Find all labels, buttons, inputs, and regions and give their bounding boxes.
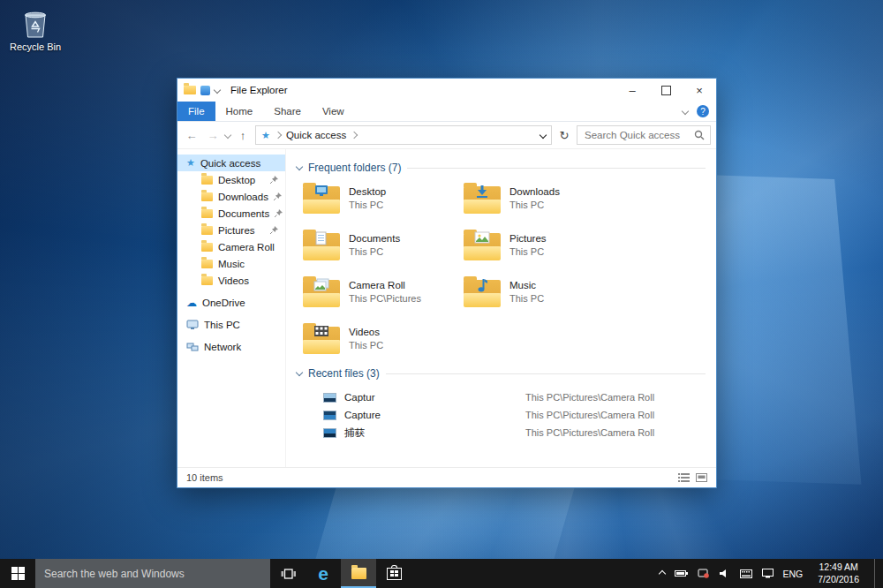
- sidebar-item-this-pc[interactable]: This PC: [177, 316, 285, 333]
- folder-tile-desktop[interactable]: Desktop This PC: [302, 183, 463, 222]
- sidebar-item-videos[interactable]: Videos: [177, 272, 285, 289]
- qat-properties-icon[interactable]: [200, 86, 210, 95]
- show-desktop-button[interactable]: [874, 559, 879, 588]
- sidebar-item-network[interactable]: Network: [177, 338, 285, 355]
- collapse-section-chevron-icon[interactable]: [296, 163, 303, 170]
- sidebar-item-music[interactable]: Music: [177, 255, 285, 272]
- recent-file-row[interactable]: Capture This PC\Pictures\Camera Roll: [297, 406, 706, 424]
- taskbar: e ENG 12:49 AM 7/2: [0, 559, 883, 588]
- task-view-button[interactable]: [270, 559, 306, 588]
- downloads-folder-icon: [463, 183, 502, 214]
- file-name: Capture: [344, 410, 525, 420]
- breadcrumb-chevron-icon[interactable]: [275, 132, 282, 139]
- recent-file-row[interactable]: 捕获 This PC\Pictures\Camera Roll: [297, 424, 706, 441]
- tab-view[interactable]: View: [312, 102, 355, 121]
- clock[interactable]: 12:49 AM 7/20/2016: [818, 562, 859, 585]
- folder-tile-music[interactable]: Music This PC: [463, 276, 623, 315]
- sidebar-item-label: Camera Roll: [218, 242, 275, 253]
- window-main: ★ Quick access Desktop Downloads Documen…: [177, 149, 716, 467]
- breadcrumb[interactable]: Quick access: [286, 130, 346, 140]
- sidebar-item-downloads[interactable]: Downloads: [177, 188, 285, 205]
- qat-customize-chevron-icon[interactable]: [214, 87, 221, 94]
- language-indicator[interactable]: ENG: [783, 569, 804, 579]
- sidebar-item-pictures[interactable]: Pictures: [177, 222, 285, 238]
- forward-button[interactable]: →: [204, 129, 222, 142]
- image-file-icon: [323, 411, 336, 420]
- tab-home[interactable]: Home: [215, 102, 264, 121]
- sidebar-item-label: OneDrive: [202, 298, 245, 308]
- frequent-folders-header[interactable]: Frequent folders (7): [297, 162, 706, 174]
- address-bar[interactable]: ★ Quick access: [255, 125, 552, 145]
- folder-tile-pictures[interactable]: Pictures This PC: [463, 230, 623, 268]
- frequent-folders-grid: Desktop This PC Downloads This PC Docume…: [302, 183, 706, 362]
- sidebar-item-quick-access[interactable]: ★ Quick access: [177, 155, 285, 171]
- section-divider: [386, 373, 706, 374]
- folder-icon: [201, 226, 213, 235]
- recent-file-row[interactable]: Captur This PC\Pictures\Camera Roll: [297, 388, 706, 406]
- folder-icon: [201, 176, 213, 185]
- edge-button[interactable]: e: [306, 559, 341, 588]
- items-count: 10 items: [186, 472, 223, 483]
- windows-logo-icon: [11, 567, 25, 580]
- touch-keyboard-icon[interactable]: [740, 569, 752, 578]
- documents-folder-icon: [302, 230, 341, 260]
- pin-icon: [275, 209, 283, 217]
- maximize-button[interactable]: [649, 79, 683, 102]
- network-icon: [186, 342, 199, 352]
- folder-icon: [201, 243, 213, 252]
- folder-tile-videos[interactable]: Videos This PC: [302, 323, 463, 362]
- date: 7/20/2016: [818, 574, 859, 586]
- collapse-section-chevron-icon[interactable]: [296, 369, 303, 376]
- sidebar-item-camera-roll[interactable]: Camera Roll: [177, 238, 285, 255]
- minimize-button[interactable]: –: [615, 79, 649, 102]
- sidebar-item-documents[interactable]: Documents: [177, 205, 285, 222]
- file-explorer-icon: [351, 568, 366, 579]
- show-hidden-icons-chevron-icon[interactable]: [658, 569, 665, 577]
- battery-icon[interactable]: [675, 569, 688, 577]
- up-button[interactable]: ↑: [234, 129, 252, 142]
- notification-badge-icon[interactable]: [698, 569, 709, 578]
- folder-name: Downloads: [509, 186, 560, 197]
- explorer-search-box[interactable]: [577, 125, 711, 145]
- address-dropdown-chevron-icon[interactable]: [540, 132, 547, 139]
- store-button[interactable]: [376, 559, 411, 588]
- ribbon-tabs: File Home Share View ?: [177, 102, 716, 122]
- recent-files-header[interactable]: Recent files (3): [297, 367, 706, 380]
- explorer-search-input[interactable]: [583, 129, 689, 141]
- address-bar-row: ← → ↑ ★ Quick access ↻: [177, 122, 716, 149]
- sidebar-item-onedrive[interactable]: ☁ OneDrive: [177, 294, 285, 311]
- title-bar[interactable]: File Explorer – ×: [177, 79, 716, 102]
- sidebar-item-label: Downloads: [218, 192, 268, 202]
- recycle-bin[interactable]: Recycle Bin: [7, 7, 64, 52]
- folder-location: This PC: [349, 246, 400, 257]
- explorer-app-icon: [184, 86, 196, 94]
- start-button[interactable]: [0, 559, 35, 588]
- taskbar-search-box[interactable]: [35, 559, 270, 588]
- pictures-folder-icon: [463, 230, 502, 260]
- folder-tile-downloads[interactable]: Downloads This PC: [463, 183, 623, 222]
- breadcrumb-chevron-icon[interactable]: [351, 132, 358, 139]
- recent-locations-chevron-icon[interactable]: [224, 132, 231, 139]
- folder-location: This PC: [349, 200, 386, 210]
- back-button[interactable]: ←: [183, 129, 200, 142]
- desktop-folder-icon: [302, 183, 341, 214]
- details-view-button[interactable]: [678, 473, 690, 482]
- file-name: 捕获: [344, 426, 525, 440]
- refresh-button[interactable]: ↻: [555, 129, 573, 142]
- sidebar-item-desktop[interactable]: Desktop: [177, 171, 285, 188]
- folder-name: Documents: [349, 233, 400, 244]
- help-button[interactable]: ?: [697, 105, 709, 117]
- thumbnail-view-button[interactable]: [696, 473, 707, 482]
- action-center-icon[interactable]: [762, 569, 774, 578]
- file-path: This PC\Pictures\Camera Roll: [525, 410, 654, 420]
- close-button[interactable]: ×: [683, 79, 716, 102]
- expand-ribbon-chevron-icon[interactable]: [682, 108, 689, 115]
- folder-tile-documents[interactable]: Documents This PC: [302, 230, 463, 268]
- volume-icon[interactable]: [719, 569, 730, 578]
- tab-share[interactable]: Share: [263, 102, 312, 121]
- tab-file[interactable]: File: [177, 102, 215, 121]
- file-explorer-taskbar-button[interactable]: [341, 559, 376, 588]
- taskbar-search-input[interactable]: [35, 568, 270, 580]
- folder-tile-camera-roll[interactable]: Camera Roll This PC\Pictures: [302, 276, 463, 315]
- folder-location: This PC: [509, 293, 544, 304]
